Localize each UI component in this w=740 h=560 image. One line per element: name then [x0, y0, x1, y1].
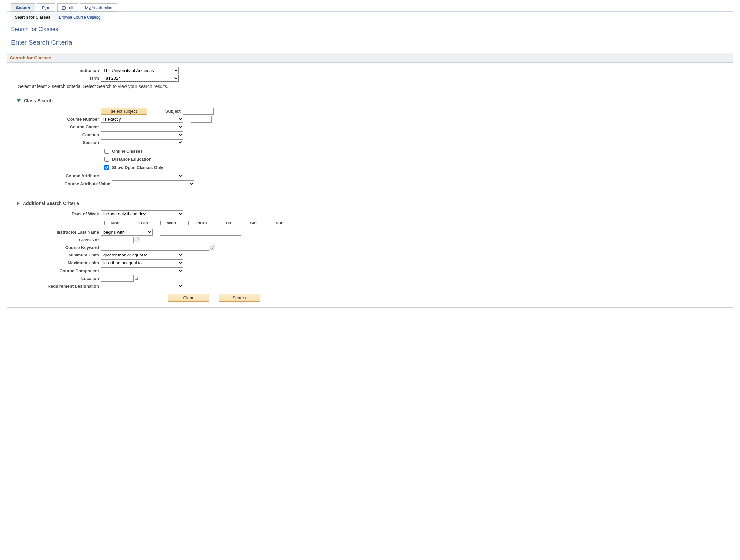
tue-checkbox[interactable] [132, 221, 137, 225]
action-buttons: Clear Search [168, 294, 727, 302]
days-of-week-select[interactable]: include only these days [101, 210, 183, 217]
instructions-text: Select at least 2 search criteria. Selec… [18, 84, 727, 89]
day-sat[interactable]: Sat [242, 220, 257, 226]
days-of-week-label: Days of Week [13, 211, 101, 216]
fri-checkbox[interactable] [219, 221, 224, 225]
course-number-op-select[interactable]: is exactly [101, 116, 183, 122]
campus-label: Campus [13, 132, 101, 137]
subtabs: Search for Classes | Browse Course Catal… [11, 13, 104, 21]
institution-label: Institution [13, 68, 101, 73]
day-tue[interactable]: Tues [131, 220, 148, 226]
maximum-units-label: Maximum Units [13, 260, 101, 265]
online-classes-row[interactable]: Online Classes [103, 147, 727, 155]
sun-checkbox[interactable] [269, 221, 274, 225]
subtab-separator: | [54, 15, 55, 20]
online-classes-label: Online Classes [112, 149, 143, 153]
subject-input[interactable] [183, 108, 214, 115]
maximum-units-input[interactable] [193, 260, 215, 266]
panel-heading: Search for Classes [7, 53, 733, 63]
session-label: Session [13, 140, 101, 145]
search-button[interactable]: Search [219, 294, 260, 302]
svg-point-0 [135, 277, 137, 280]
requirement-designation-select[interactable] [101, 283, 183, 290]
main-tabs: Search Plan Enroll My Academics [11, 3, 733, 12]
clear-button[interactable]: Clear [168, 294, 209, 302]
course-component-select[interactable] [101, 267, 183, 274]
class-nbr-label: Class Nbr [13, 237, 101, 242]
location-label: Location [13, 276, 101, 281]
page-title: Search for Classes [11, 26, 733, 33]
open-only-row[interactable]: Show Open Classes Only [103, 163, 727, 172]
tab-plan[interactable]: Plan [37, 3, 55, 12]
course-career-select[interactable] [101, 123, 183, 130]
page-subtitle: Enter Search Criteria [11, 39, 733, 46]
class-nbr-input[interactable] [101, 237, 134, 243]
expand-icon [17, 201, 20, 205]
requirement-designation-label: Requirement Designation [13, 284, 101, 289]
term-label: Term [13, 76, 101, 81]
session-select[interactable] [101, 139, 183, 146]
help-icon[interactable]: ? [210, 245, 215, 250]
distance-education-checkbox[interactable] [104, 157, 109, 162]
location-input[interactable] [101, 275, 134, 282]
subtab-browse-catalog[interactable]: Browse Course Catalog [59, 15, 101, 20]
mon-checkbox[interactable] [104, 221, 109, 225]
campus-select[interactable] [101, 131, 183, 138]
day-thu[interactable]: Thurs [187, 220, 206, 226]
additional-criteria-label: Additional Search Criteria [23, 201, 79, 206]
term-select[interactable]: Fall 2024 [101, 75, 179, 82]
sat-checkbox[interactable] [244, 221, 249, 225]
course-number-input[interactable] [191, 116, 212, 122]
course-component-label: Course Component [13, 268, 101, 273]
days-checkboxes: Mon Tues Wed Thurs Fri Sat Sun [103, 218, 727, 228]
day-mon[interactable]: Mon [103, 220, 120, 226]
help-icon[interactable]: ? [135, 237, 140, 242]
subject-label: Subject [165, 109, 181, 114]
class-search-label: Class Search [24, 98, 53, 103]
course-career-label: Course Career [13, 124, 101, 129]
distance-education-row[interactable]: Distance Education [103, 155, 727, 163]
maximum-units-op-select[interactable]: less than or equal to [101, 259, 183, 266]
tab-search[interactable]: Search [11, 3, 35, 12]
select-subject-button[interactable]: select subject [101, 108, 147, 115]
course-attribute-value-label: Course Attribute Value [13, 181, 112, 186]
open-only-checkbox[interactable] [104, 165, 109, 170]
course-attribute-label: Course Attribute [13, 174, 101, 179]
wed-checkbox[interactable] [161, 221, 165, 225]
lookup-icon[interactable] [134, 276, 139, 281]
day-wed[interactable]: Wed [159, 220, 176, 226]
course-attribute-select[interactable] [101, 173, 183, 180]
collapse-icon [17, 99, 21, 102]
instructor-last-name-input[interactable] [160, 229, 241, 236]
institution-select[interactable]: The University of Arkansas [101, 67, 179, 74]
course-keyword-input[interactable] [101, 244, 209, 251]
open-only-label: Show Open Classes Only [112, 165, 164, 170]
subtab-search-for-classes[interactable]: Search for Classes [15, 15, 50, 20]
instructor-op-select[interactable]: begins with [101, 229, 153, 236]
svg-line-1 [137, 279, 138, 281]
course-number-label: Course Number [13, 117, 101, 122]
tab-enroll[interactable]: Enroll [57, 3, 78, 12]
online-classes-checkbox[interactable] [104, 149, 109, 153]
minimum-units-op-select[interactable]: greater than or equal to [101, 251, 183, 258]
minimum-units-input[interactable] [193, 252, 215, 258]
day-fri[interactable]: Fri [218, 220, 231, 226]
instructor-last-name-label: Instructor Last Name [13, 230, 101, 235]
day-sun[interactable]: Sun [268, 220, 284, 226]
minimum-units-label: Minimum Units [13, 252, 101, 257]
tab-my-academics[interactable]: My Academics [80, 3, 117, 12]
course-attribute-value-select[interactable] [112, 180, 194, 187]
search-panel: Search for Classes Institution The Unive… [7, 53, 733, 308]
distance-education-label: Distance Education [112, 157, 152, 162]
thu-checkbox[interactable] [188, 221, 193, 225]
class-search-header[interactable]: Class Search [17, 98, 727, 103]
title-divider [11, 35, 237, 35]
course-keyword-label: Course Keyword [13, 245, 101, 250]
additional-criteria-header[interactable]: Additional Search Criteria [17, 201, 727, 206]
